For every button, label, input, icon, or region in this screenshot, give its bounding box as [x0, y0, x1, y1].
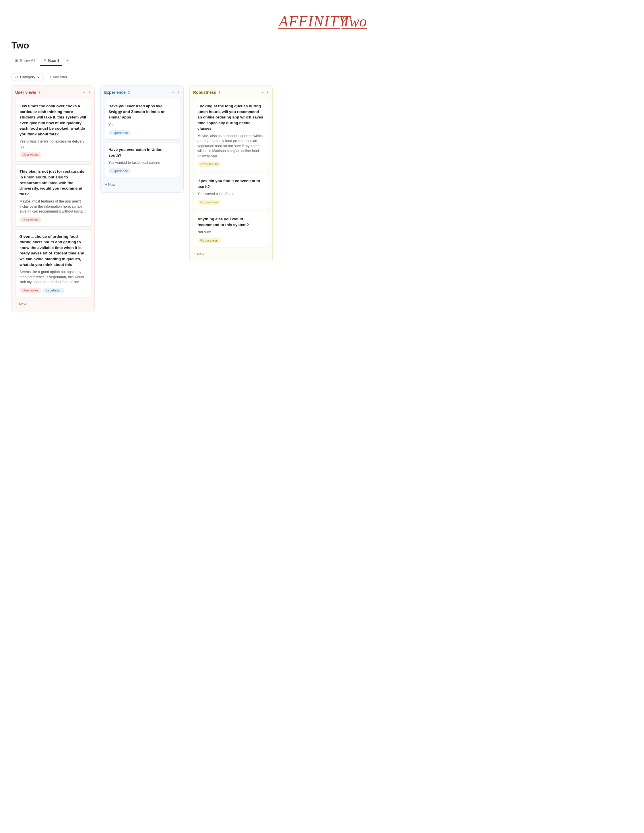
- new-card-button-robustness[interactable]: + New: [193, 250, 205, 258]
- card-question: Have you ever eaten in Union south?: [108, 147, 175, 158]
- column-count-user-views: 3: [39, 90, 40, 95]
- card-answer: Yes unless there's not excessive deliver…: [19, 139, 87, 149]
- add-filter-button[interactable]: + Add filter: [47, 74, 70, 80]
- card-answer: Maybe, most features of the app aren't i…: [19, 199, 87, 214]
- tag-experience[interactable]: Experience: [108, 130, 131, 135]
- tag-robustness[interactable]: Robustness: [198, 238, 221, 243]
- more-icon[interactable]: ···: [172, 90, 175, 95]
- column-experience: Experience 2 ··· + Have you ever used ap…: [100, 85, 184, 193]
- plus-icon: +: [49, 75, 52, 79]
- category-filter-label: Category: [20, 75, 35, 79]
- column-title-experience: Experience: [104, 90, 126, 95]
- view-tabs: ⊞ Show All ⊟ Board +: [0, 55, 644, 66]
- column-header-robustness: Robustness 3 ··· +: [193, 90, 269, 95]
- tab-show-all-label: Show All: [20, 58, 35, 63]
- logo-area: AFFINITY Two: [0, 0, 644, 38]
- card-question: Few times the cook over cooks a particul…: [19, 103, 87, 137]
- card-answer: Yes: [108, 122, 175, 128]
- card-answer: Yes, saved a lot of time: [198, 191, 265, 197]
- card-question: This plan is not just for restaurants in…: [19, 169, 87, 197]
- new-card-button-experience[interactable]: + New: [104, 181, 116, 188]
- column-actions-experience[interactable]: ··· +: [172, 90, 180, 95]
- new-card-button-user-views[interactable]: + New: [15, 300, 27, 308]
- column-count-experience: 2: [128, 90, 130, 95]
- card-robustness-3: Anything else you would recommend to thi…: [193, 212, 269, 247]
- card-answer: Not sure: [198, 230, 265, 235]
- card-tags: Robustness: [198, 238, 265, 243]
- card-question: Have you ever used apps like Swiggy and …: [108, 103, 175, 120]
- column-title-robustness: Robustness: [193, 90, 216, 95]
- card-tags: Robustness: [198, 199, 265, 205]
- tag-user-views[interactable]: User views: [19, 152, 41, 157]
- column-title-user-views: User views: [15, 90, 36, 95]
- tag-robustness[interactable]: Robustness: [198, 161, 221, 167]
- table-icon: ⊞: [15, 58, 18, 63]
- tab-board[interactable]: ⊟ Board: [40, 56, 62, 66]
- tag-experience[interactable]: Experience: [108, 168, 131, 174]
- column-header-experience: Experience 2 ··· +: [104, 90, 180, 95]
- card-question: Given a choice of ordering food during c…: [19, 234, 87, 267]
- add-card-icon[interactable]: +: [89, 90, 91, 95]
- category-filter-button[interactable]: ⊙ Category ∨: [11, 73, 43, 81]
- tag-vegetarian[interactable]: vegetarian: [43, 288, 64, 293]
- card-tags: User views: [19, 152, 87, 157]
- column-user-views: User views 3 ··· + Few times the cook ov…: [11, 85, 95, 312]
- card-question: Looking at the long queues during lunch …: [198, 103, 265, 131]
- svg-text:Two: Two: [342, 13, 367, 29]
- card-tags: Robustness: [198, 161, 265, 167]
- card-user-views-2: This plan is not just for restaurants in…: [15, 164, 91, 226]
- column-robustness: Robustness 3 ··· + Looking at the long q…: [189, 85, 273, 262]
- filter-icon: ⊙: [15, 75, 18, 79]
- card-robustness-2: If yes did you find it convenient to use…: [193, 174, 269, 209]
- tag-user-views[interactable]: User views: [19, 288, 41, 293]
- card-tags: Experience: [108, 168, 175, 174]
- board-container: User views 3 ··· + Few times the cook ov…: [0, 85, 644, 312]
- column-actions-robustness[interactable]: ··· +: [261, 90, 269, 95]
- card-tags: Experience: [108, 130, 175, 135]
- card-question: Anything else you would recommend to thi…: [198, 216, 265, 227]
- card-robustness-1: Looking at the long queues during lunch …: [193, 99, 269, 171]
- add-view-button[interactable]: +: [63, 55, 71, 66]
- tag-robustness[interactable]: Robustness: [198, 199, 221, 205]
- tag-user-views[interactable]: User views: [19, 217, 41, 222]
- column-actions-user-views[interactable]: ··· +: [83, 90, 91, 95]
- card-answer: Yes wanted to taste local cuisine: [108, 160, 175, 166]
- page-title: Two: [0, 38, 644, 55]
- add-filter-label: Add filter: [53, 75, 67, 79]
- card-experience-2: Have you ever eaten in Union south? Yes …: [104, 143, 180, 178]
- tab-show-all[interactable]: ⊞ Show All: [11, 56, 39, 66]
- card-question: If yes did you find it convenient to use…: [198, 178, 265, 189]
- chevron-down-icon: ∨: [37, 75, 40, 79]
- card-user-views-1: Few times the cook over cooks a particul…: [15, 99, 91, 161]
- column-count-robustness: 3: [218, 90, 221, 95]
- tab-board-label: Board: [48, 58, 59, 63]
- more-icon[interactable]: ···: [261, 90, 264, 95]
- add-card-icon[interactable]: +: [266, 90, 269, 95]
- card-answer: Maybe, also as a student I operate withi…: [198, 133, 265, 159]
- card-experience-1: Have you ever used apps like Swiggy and …: [104, 99, 180, 140]
- board-icon: ⊟: [43, 58, 47, 63]
- card-answer: Seems like a good option but again my fo…: [19, 270, 87, 285]
- card-tags: User views: [19, 217, 87, 222]
- card-tags: User views vegetarian: [19, 288, 87, 293]
- logo-svg: AFFINITY Two: [276, 9, 368, 32]
- svg-text:AFFINITY: AFFINITY: [278, 13, 348, 29]
- filter-bar: ⊙ Category ∨ + Add filter: [0, 71, 644, 85]
- column-header-user-views: User views 3 ··· +: [15, 90, 91, 95]
- card-user-views-3: Given a choice of ordering food during c…: [15, 230, 91, 297]
- more-icon[interactable]: ···: [83, 90, 86, 95]
- add-card-icon[interactable]: +: [177, 90, 180, 95]
